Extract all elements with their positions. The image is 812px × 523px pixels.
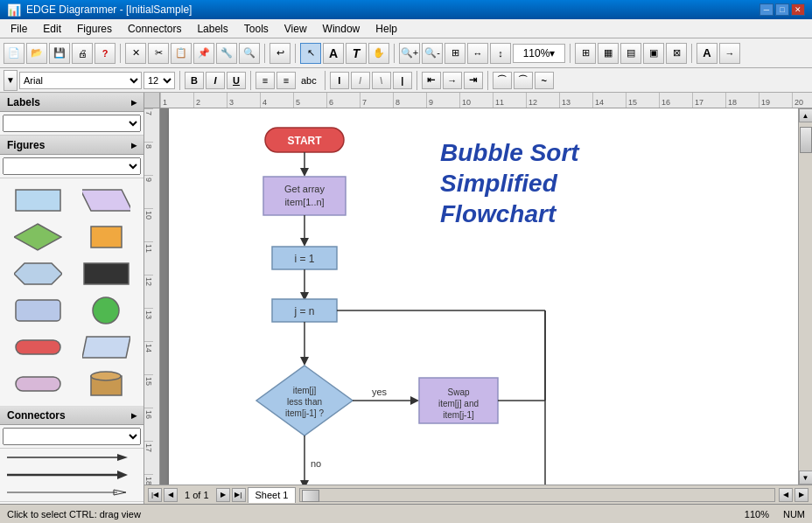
align-center[interactable]: ≡ — [276, 72, 296, 89]
ruler-corner — [144, 93, 160, 108]
shape-diamond[interactable] — [5, 220, 70, 254]
line-style-3[interactable]: \ — [372, 72, 391, 89]
connector-arrow-3[interactable] — [0, 484, 144, 501]
curve-1[interactable]: ⌒ — [493, 72, 512, 89]
scroll-right-button[interactable]: ▶ — [794, 488, 808, 502]
ruler-mark: 10 — [459, 93, 493, 108]
zoom-width-button[interactable]: ↔ — [467, 43, 488, 64]
next-page-button[interactable]: ▶ — [216, 488, 230, 502]
text-tool-b[interactable]: T — [346, 43, 367, 64]
open-button[interactable]: 📂 — [26, 43, 47, 64]
connectors-select[interactable] — [3, 428, 141, 445]
scroll-down-button[interactable]: ▼ — [799, 471, 813, 485]
shape-rectangle[interactable] — [5, 184, 70, 217]
bold-button[interactable]: B — [185, 72, 204, 89]
connector-arrow-1[interactable] — [0, 449, 144, 466]
scroll-track-v[interactable] — [799, 122, 812, 471]
vertical-scrollbar[interactable]: ▲ ▼ — [798, 108, 812, 485]
formatting-toolbar: ▼ Arial 12 B I U ≡ ≡ abc I / \ | ⇤ → ⇥ ⌒… — [0, 68, 812, 93]
line-style-4[interactable]: | — [393, 72, 412, 89]
font-select[interactable]: Arial — [19, 72, 142, 89]
menu-window[interactable]: Window — [316, 20, 368, 38]
shape-square-orange[interactable] — [74, 220, 138, 254]
menu-file[interactable]: File — [4, 20, 34, 38]
cut-button[interactable]: ✂ — [148, 43, 169, 64]
paste-button[interactable]: 📌 — [193, 43, 214, 64]
horizontal-scrollbar[interactable] — [299, 488, 775, 502]
labels-header[interactable]: Labels ▶ — [0, 93, 144, 112]
style-btn[interactable]: ▼ — [4, 70, 18, 91]
scroll-up-button[interactable]: ▲ — [799, 108, 813, 122]
align-left[interactable]: ≡ — [256, 72, 275, 89]
spacing-3[interactable]: ⇥ — [464, 72, 483, 89]
first-page-button[interactable]: |◀ — [148, 488, 162, 502]
last-page-button[interactable]: ▶| — [232, 488, 246, 502]
delete-button[interactable]: ✕ — [125, 43, 146, 64]
shape-cylinder[interactable] — [74, 367, 138, 401]
shape-rhombus[interactable] — [5, 367, 70, 401]
spacing-2[interactable]: → — [443, 72, 462, 89]
figures-select[interactable] — [3, 157, 141, 175]
text-tool-a[interactable]: A — [323, 43, 344, 64]
shape-pill[interactable] — [5, 331, 70, 364]
grid-button[interactable]: ⊞ — [575, 43, 596, 64]
search-button[interactable]: 🔍 — [239, 43, 260, 64]
menu-tools[interactable]: Tools — [237, 20, 276, 38]
shape-hexagon[interactable] — [5, 257, 70, 290]
line-style-2[interactable]: / — [351, 72, 370, 89]
undo-button[interactable]: ↩ — [270, 43, 290, 64]
scroll-thumb-h[interactable] — [302, 490, 319, 502]
grid4-button[interactable]: ▣ — [643, 43, 664, 64]
zoom-fit-button[interactable]: ⊞ — [444, 43, 466, 64]
menu-help[interactable]: Help — [368, 20, 404, 38]
menu-figures[interactable]: Figures — [70, 20, 119, 38]
menu-labels[interactable]: Labels — [190, 20, 234, 38]
size-select[interactable]: 12 — [144, 72, 175, 89]
help-button[interactable]: ? — [94, 43, 116, 64]
curve-2[interactable]: ⌒ — [514, 72, 533, 89]
scroll-left-button[interactable]: ◀ — [779, 488, 793, 502]
shape-dark-rect[interactable] — [74, 257, 138, 290]
connector-arrow-2[interactable] — [0, 466, 144, 484]
shape-circle[interactable] — [74, 294, 138, 327]
svg-text:no: no — [311, 458, 321, 469]
shape-rounded-rect[interactable] — [5, 294, 70, 327]
shape-slanted-rect[interactable] — [74, 331, 138, 364]
zoom-display[interactable]: 110% ▾ — [513, 44, 565, 63]
prev-page-button[interactable]: ◀ — [164, 488, 178, 502]
grid2-button[interactable]: ▦ — [598, 43, 619, 64]
underline-button[interactable]: U — [227, 72, 246, 89]
canvas-content[interactable]: Bubble Sort Simplified Flowchart START G… — [160, 108, 798, 485]
maximize-button[interactable]: □ — [775, 3, 789, 16]
italic-button[interactable]: I — [206, 72, 225, 89]
zoom-out-button[interactable]: 🔍- — [422, 43, 443, 64]
figures-header[interactable]: Figures ▶ — [0, 136, 144, 155]
spacing-1[interactable]: ⇤ — [422, 72, 441, 89]
line-style-1[interactable]: I — [330, 72, 349, 89]
new-button[interactable]: 📄 — [4, 43, 24, 64]
shape-parallelogram[interactable] — [74, 184, 138, 217]
grid3-button[interactable]: ▤ — [620, 43, 641, 64]
print-button[interactable]: 🖨 — [72, 43, 93, 64]
sep-align — [250, 71, 251, 90]
text-btn[interactable]: A — [696, 43, 718, 64]
arrow-btn[interactable]: → — [719, 43, 740, 64]
minimize-button[interactable]: ─ — [760, 3, 774, 16]
select-tool[interactable]: ↖ — [300, 43, 321, 64]
connectors-header[interactable]: Connectors ▶ — [0, 406, 144, 425]
zoom-height-button[interactable]: ↕ — [490, 43, 511, 64]
special-button[interactable]: 🔧 — [216, 43, 237, 64]
labels-select[interactable] — [3, 115, 141, 132]
curve-3[interactable]: ~ — [535, 72, 554, 89]
menu-connectors[interactable]: Connectors — [121, 20, 188, 38]
copy-button[interactable]: 📋 — [171, 43, 192, 64]
scroll-thumb-v[interactable] — [800, 127, 812, 153]
grid5-button[interactable]: ⊠ — [666, 43, 687, 64]
save-button[interactable]: 💾 — [49, 43, 70, 64]
sheet-tab[interactable]: Sheet 1 — [248, 487, 297, 503]
zoom-in-button[interactable]: 🔍+ — [399, 43, 420, 64]
menu-view[interactable]: View — [277, 20, 314, 38]
menu-edit[interactable]: Edit — [36, 20, 68, 38]
pan-tool[interactable]: ✋ — [368, 43, 389, 64]
close-button[interactable]: ✕ — [791, 3, 805, 16]
